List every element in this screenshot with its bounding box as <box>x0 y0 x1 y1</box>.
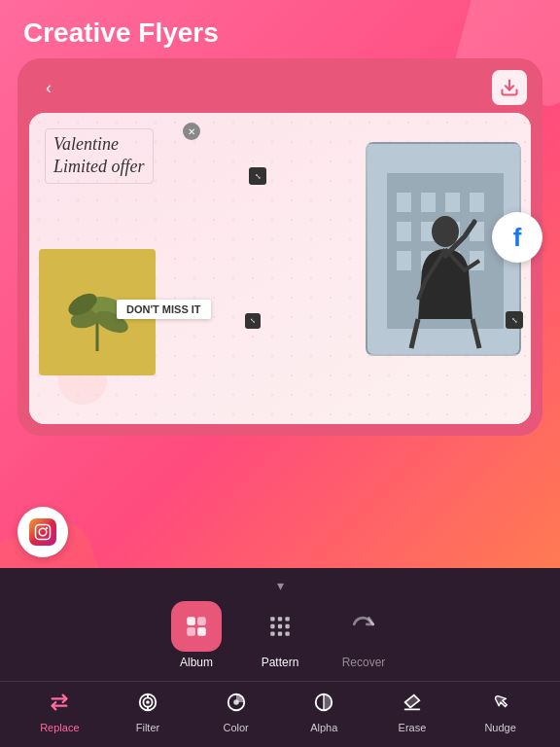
color-icon <box>226 692 247 718</box>
svg-rect-3 <box>397 193 411 212</box>
title-normal: Creative <box>23 18 138 48</box>
svg-rect-31 <box>270 624 274 628</box>
svg-rect-6 <box>470 193 484 212</box>
filter-icon <box>137 692 158 718</box>
svg-rect-21 <box>36 525 51 540</box>
card-toolbar: ‹ <box>29 70 531 105</box>
title-highlight: Flyers <box>138 18 219 48</box>
flyer-valentine-text: Valentine Limited offer <box>53 133 145 179</box>
alpha-svg <box>313 692 334 713</box>
nudge-label: Nudge <box>484 722 515 733</box>
download-icon <box>500 78 519 97</box>
color-tool[interactable]: Color <box>212 692 261 733</box>
recover-svg-icon <box>351 614 376 639</box>
replace-tool[interactable]: Replace <box>35 692 84 733</box>
page-title: Creative Flyers <box>23 18 219 49</box>
flyer-content: Valentine Limited offer ✕ ⤡ <box>29 113 531 424</box>
download-button[interactable] <box>492 70 527 105</box>
svg-rect-32 <box>278 624 282 628</box>
dont-miss-label[interactable]: DON'T MISS IT <box>117 300 211 319</box>
color-label: Color <box>223 722 248 733</box>
svg-rect-26 <box>187 627 195 636</box>
instagram-svg <box>34 523 52 541</box>
svg-rect-30 <box>285 617 289 621</box>
svg-point-23 <box>46 527 48 529</box>
svg-point-15 <box>432 216 459 247</box>
text-close-button[interactable]: ✕ <box>183 123 200 140</box>
svg-rect-11 <box>397 251 411 270</box>
tool-tabs: Album Pattern <box>0 601 560 681</box>
main-card: ‹ Valentine Limited offer ✕ <box>18 58 542 436</box>
flyer-text-element[interactable]: Valentine Limited offer <box>45 128 154 184</box>
svg-rect-25 <box>197 617 206 625</box>
pattern-svg-icon <box>267 614 293 639</box>
svg-rect-4 <box>421 193 436 212</box>
pattern-tab-icon <box>255 601 305 652</box>
svg-rect-7 <box>397 222 411 241</box>
bottom-panel: ▾ Album <box>0 568 560 747</box>
recover-tab-icon <box>338 601 389 652</box>
tab-album[interactable]: Album <box>162 601 230 669</box>
svg-rect-5 <box>445 193 460 212</box>
svg-rect-33 <box>285 624 289 628</box>
svg-point-39 <box>146 700 150 704</box>
replace-svg <box>49 692 70 713</box>
album-tab-label: Album <box>180 656 213 669</box>
alpha-label: Alpha <box>310 722 337 733</box>
panel-handle[interactable]: ▾ <box>0 574 560 601</box>
recover-tab-label: Recover <box>342 656 386 669</box>
text-resize-handle[interactable]: ⤡ <box>249 167 266 185</box>
svg-rect-24 <box>187 617 195 625</box>
flyer-text-line1: Valentine <box>53 133 145 156</box>
svg-rect-29 <box>278 617 282 621</box>
svg-point-43 <box>233 699 239 705</box>
miss-label-resize-handle[interactable]: ⤡ <box>245 313 261 329</box>
svg-rect-28 <box>270 617 274 621</box>
instagram-button[interactable] <box>18 507 68 557</box>
erase-svg <box>402 692 423 713</box>
alpha-tool[interactable]: Alpha <box>299 692 348 733</box>
tab-pattern[interactable]: Pattern <box>246 601 314 669</box>
canvas-area: Valentine Limited offer ✕ ⤡ <box>29 113 531 424</box>
svg-rect-36 <box>285 631 289 635</box>
alpha-icon <box>313 692 334 718</box>
filter-tool[interactable]: Filter <box>123 692 172 733</box>
color-svg <box>226 692 247 713</box>
svg-rect-27 <box>197 627 206 636</box>
replace-label: Replace <box>40 722 79 733</box>
filter-svg <box>137 692 158 713</box>
erase-label: Erase <box>399 722 427 733</box>
svg-rect-35 <box>278 631 282 635</box>
nudge-tool[interactable]: Nudge <box>476 692 525 733</box>
album-svg-icon <box>184 614 209 639</box>
photo-resize-handle[interactable]: ⤡ <box>506 311 523 329</box>
tab-recover[interactable]: Recover <box>330 601 398 669</box>
flyer-text-line2: Limited offer <box>53 156 145 178</box>
bottom-tools-row: Replace Filter <box>0 681 560 747</box>
nudge-svg <box>490 692 511 713</box>
facebook-icon: f <box>502 222 533 253</box>
svg-rect-34 <box>270 631 274 635</box>
pattern-tab-label: Pattern <box>262 656 299 669</box>
svg-point-22 <box>39 528 47 536</box>
replace-icon <box>49 692 70 718</box>
erase-tool[interactable]: Erase <box>388 692 437 733</box>
album-tab-icon <box>171 601 222 652</box>
nudge-icon <box>490 692 511 718</box>
instagram-icon <box>29 518 56 546</box>
filter-label: Filter <box>136 722 159 733</box>
facebook-button[interactable]: f <box>492 212 542 263</box>
chevron-down-icon[interactable]: ▾ <box>277 578 284 593</box>
back-button[interactable]: ‹ <box>33 72 64 103</box>
erase-icon <box>402 692 423 718</box>
